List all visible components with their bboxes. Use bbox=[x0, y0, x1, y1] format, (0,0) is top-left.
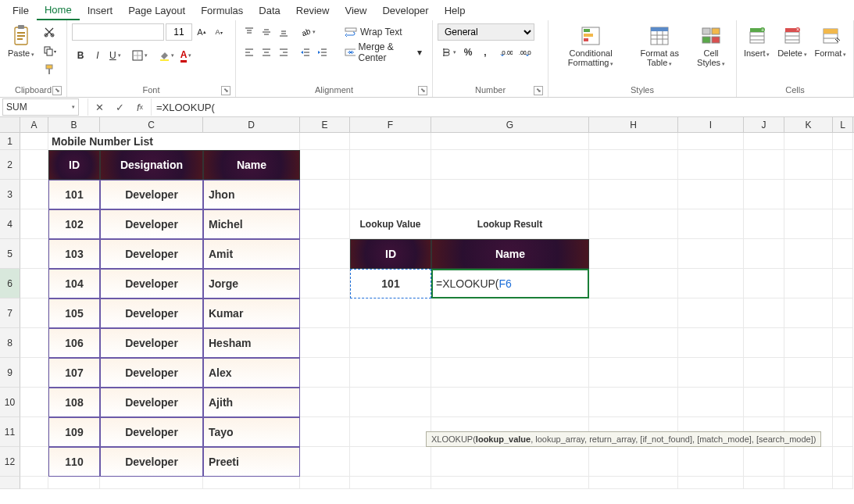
table-cell-name[interactable]: Tayo bbox=[203, 417, 300, 447]
cell[interactable] bbox=[350, 358, 431, 388]
cell[interactable] bbox=[744, 180, 784, 209]
cell[interactable] bbox=[784, 447, 833, 477]
font-size-input[interactable] bbox=[166, 23, 192, 41]
cell[interactable] bbox=[300, 298, 350, 328]
cell[interactable] bbox=[678, 388, 744, 417]
cell[interactable] bbox=[784, 328, 833, 358]
cell[interactable] bbox=[431, 180, 589, 209]
table-cell-name[interactable]: Michel bbox=[203, 209, 300, 239]
table-title[interactable]: Mobile Number List bbox=[48, 133, 300, 150]
cell[interactable] bbox=[350, 328, 431, 358]
select-all-corner[interactable] bbox=[0, 117, 20, 132]
row-header[interactable]: 4 bbox=[0, 209, 20, 239]
delete-cells-button[interactable]: × Delete▾ bbox=[775, 23, 809, 59]
insert-cells-button[interactable]: + Insert▾ bbox=[741, 23, 772, 59]
table-cell-desig[interactable]: Developer bbox=[100, 447, 203, 477]
copy-button[interactable]: ▾ bbox=[41, 42, 58, 59]
cell[interactable] bbox=[300, 328, 350, 358]
col-header[interactable]: K bbox=[784, 117, 833, 132]
cell[interactable] bbox=[784, 477, 833, 489]
wrap-text-button[interactable]: Wrap Text bbox=[339, 23, 427, 41]
table-cell-desig[interactable]: Developer bbox=[100, 269, 203, 298]
cell[interactable] bbox=[744, 209, 784, 239]
number-format-select[interactable]: General bbox=[438, 23, 534, 41]
table-cell-id[interactable]: 110 bbox=[48, 447, 100, 477]
font-name-input[interactable] bbox=[72, 23, 164, 41]
font-color-button[interactable]: A▾ bbox=[177, 47, 195, 64]
table-header-desig[interactable]: Designation bbox=[100, 150, 203, 180]
enter-formula-button[interactable]: ✓ bbox=[110, 99, 129, 115]
menu-insert[interactable]: Insert bbox=[80, 2, 121, 20]
cell[interactable] bbox=[589, 239, 678, 269]
col-header[interactable]: L bbox=[833, 117, 853, 132]
menu-view[interactable]: View bbox=[337, 2, 374, 20]
row-header[interactable]: 10 bbox=[0, 388, 20, 417]
cell[interactable] bbox=[744, 150, 784, 180]
col-header[interactable]: F bbox=[350, 117, 431, 132]
cell[interactable] bbox=[350, 150, 431, 180]
format-as-table-button[interactable]: Format as Table▾ bbox=[631, 23, 688, 69]
lookup-value-cell[interactable]: 101 bbox=[350, 269, 431, 298]
table-cell-name[interactable]: Alex bbox=[203, 358, 300, 388]
table-cell-desig[interactable]: Developer bbox=[100, 417, 203, 447]
cell[interactable] bbox=[20, 328, 48, 358]
cell[interactable] bbox=[431, 477, 589, 489]
cell[interactable] bbox=[784, 133, 833, 150]
row-header[interactable]: 3 bbox=[0, 180, 20, 209]
cell[interactable] bbox=[300, 133, 350, 150]
cell[interactable] bbox=[784, 298, 833, 328]
cell[interactable] bbox=[20, 239, 48, 269]
cell[interactable] bbox=[20, 180, 48, 209]
align-bottom-button[interactable] bbox=[275, 23, 292, 41]
cell[interactable] bbox=[784, 180, 833, 209]
row-header[interactable]: 1 bbox=[0, 133, 20, 150]
table-cell-id[interactable]: 106 bbox=[48, 328, 100, 358]
cell[interactable] bbox=[833, 269, 853, 298]
increase-font-button[interactable]: A▴ bbox=[194, 23, 209, 41]
table-cell-id[interactable]: 103 bbox=[48, 239, 100, 269]
cell[interactable] bbox=[431, 388, 589, 417]
cell[interactable] bbox=[833, 447, 853, 477]
clipboard-launcher[interactable]: ⬊ bbox=[52, 86, 62, 95]
cell[interactable] bbox=[350, 447, 431, 477]
border-button[interactable]: ▾ bbox=[129, 47, 151, 64]
cell[interactable] bbox=[589, 477, 678, 489]
col-header[interactable]: G bbox=[431, 117, 589, 132]
increase-decimal-button[interactable]: .0.00 bbox=[497, 44, 516, 61]
cell[interactable] bbox=[300, 239, 350, 269]
cell[interactable] bbox=[20, 133, 48, 150]
alignment-launcher[interactable]: ⬊ bbox=[418, 86, 427, 95]
cell[interactable] bbox=[833, 328, 853, 358]
cell[interactable] bbox=[431, 298, 589, 328]
col-header[interactable]: J bbox=[744, 117, 784, 132]
cell[interactable] bbox=[20, 417, 48, 447]
cell[interactable] bbox=[350, 388, 431, 417]
cell[interactable] bbox=[203, 477, 300, 489]
table-cell-name[interactable]: Jorge bbox=[203, 269, 300, 298]
menu-help[interactable]: Help bbox=[437, 2, 473, 20]
menu-file[interactable]: File bbox=[5, 2, 37, 20]
cell[interactable] bbox=[833, 298, 853, 328]
cell[interactable] bbox=[678, 269, 744, 298]
comma-format-button[interactable]: , bbox=[477, 44, 494, 61]
table-header-id[interactable]: ID bbox=[48, 150, 100, 180]
menu-formulas[interactable]: Formulas bbox=[193, 2, 251, 20]
cell[interactable] bbox=[589, 269, 678, 298]
align-left-button[interactable] bbox=[241, 44, 258, 61]
cell[interactable] bbox=[300, 358, 350, 388]
row-header[interactable]: 7 bbox=[0, 298, 20, 328]
menu-home[interactable]: Home bbox=[37, 1, 80, 20]
table-cell-desig[interactable]: Developer bbox=[100, 388, 203, 417]
increase-indent-button[interactable] bbox=[314, 44, 331, 61]
cell[interactable] bbox=[833, 477, 853, 489]
cell[interactable] bbox=[744, 298, 784, 328]
cell[interactable] bbox=[784, 150, 833, 180]
col-header[interactable]: D bbox=[203, 117, 300, 132]
cell[interactable] bbox=[589, 447, 678, 477]
cell[interactable] bbox=[744, 477, 784, 489]
cell[interactable] bbox=[589, 388, 678, 417]
row-header[interactable]: 8 bbox=[0, 328, 20, 358]
menu-page-layout[interactable]: Page Layout bbox=[120, 2, 193, 20]
cell[interactable] bbox=[300, 180, 350, 209]
merge-center-button[interactable]: Merge & Center▾ bbox=[339, 44, 427, 61]
